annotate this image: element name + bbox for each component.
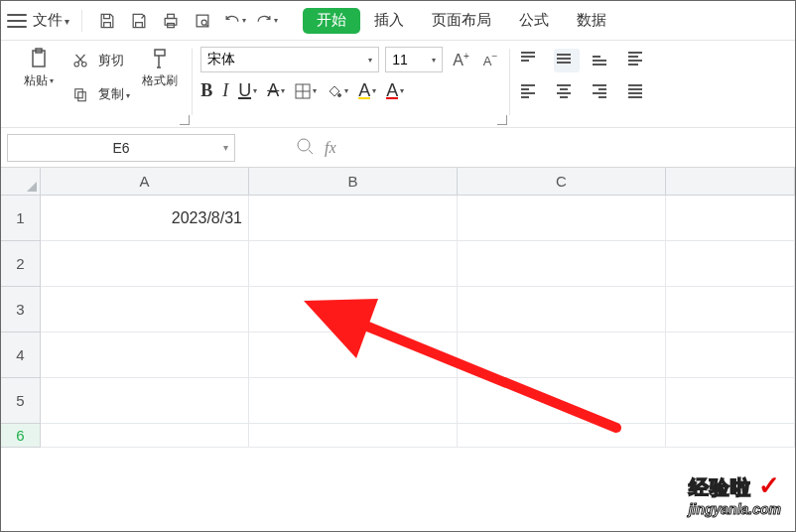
cell-a1[interactable]: 2023/8/31 [41,196,249,241]
cell[interactable] [249,196,458,241]
svg-point-13 [298,139,310,151]
decrease-font-button[interactable]: A− [479,51,502,68]
align-middle-v-icon[interactable] [554,49,580,72]
col-header-a[interactable]: A [41,168,249,196]
cell[interactable] [666,378,795,424]
cell[interactable] [666,332,795,378]
align-right-icon[interactable] [590,80,615,104]
align-justify-icon[interactable] [625,80,651,104]
print-preview-icon[interactable] [190,8,215,34]
print-icon[interactable] [158,8,184,34]
cell[interactable] [458,241,666,287]
increase-font-button[interactable]: A+ [449,51,473,69]
save-as-icon[interactable] [126,8,152,34]
file-menu[interactable]: 文件▾ [33,11,69,30]
orientation-icon[interactable] [625,49,651,72]
redo-icon[interactable]: ▾ [253,8,279,34]
svg-point-12 [338,93,341,96]
highlight-button[interactable]: A▾ [358,83,376,99]
watermark: 经验啦 ✓ jingyanla.com [689,470,781,517]
cell[interactable] [41,424,249,448]
cell[interactable] [41,241,249,287]
tab-formula[interactable]: 公式 [505,1,563,40]
cell[interactable] [458,196,666,241]
svg-rect-0 [165,18,177,25]
align-left-icon[interactable] [518,80,544,104]
cell[interactable] [249,378,458,424]
paste-button[interactable]: 粘贴▾ [15,47,63,89]
spreadsheet-grid[interactable]: A B C 1 2023/8/31 2 3 4 5 6 [1,168,795,448]
cell[interactable] [249,332,458,378]
cell[interactable] [41,332,249,378]
row-header[interactable]: 5 [1,378,41,424]
font-name-select[interactable]: 宋体▾ [200,47,379,72]
row-header[interactable]: 1 [1,196,41,241]
row-header[interactable]: 3 [1,287,41,332]
cell[interactable] [458,378,666,424]
tab-data[interactable]: 数据 [563,1,620,40]
font-size-select[interactable]: 11▾ [385,47,443,72]
cell[interactable] [458,424,666,448]
undo-icon[interactable]: ▾ [221,8,247,34]
col-header-b[interactable]: B [249,168,458,196]
cell[interactable] [41,287,249,332]
group-alignment [510,47,659,125]
copy-button[interactable]: 复制 ▾ [68,80,130,108]
bold-button[interactable]: B [200,80,212,101]
cell[interactable] [41,378,249,424]
cell[interactable] [249,424,458,448]
strikethrough-button[interactable]: A▾ [267,80,285,101]
cell[interactable] [458,287,666,332]
align-center-icon[interactable] [554,80,580,104]
underline-button[interactable]: U▾ [238,83,257,99]
tab-home[interactable]: 开始 [303,8,360,34]
cell[interactable] [249,241,458,287]
select-all-corner[interactable] [1,168,41,196]
divider [81,10,82,32]
menu-icon[interactable] [7,14,27,28]
cell[interactable] [249,287,458,332]
cut-button[interactable]: 剪切 [68,47,130,74]
svg-rect-1 [168,14,175,18]
cell[interactable] [666,241,795,287]
row-header[interactable]: 2 [1,241,41,287]
italic-button[interactable]: I [222,80,228,101]
name-box[interactable]: E6 ▾ [7,134,235,162]
format-painter-button[interactable]: 格式刷 [136,47,184,89]
fill-color-button[interactable]: ▾ [327,83,348,99]
svg-rect-10 [78,92,86,101]
group-clipboard: 粘贴▾ 剪切 复制 ▾ 格式刷 [7,47,192,125]
tab-insert[interactable]: 插入 [360,1,418,40]
fx-label[interactable]: fx [325,139,336,157]
row-header[interactable]: 4 [1,332,41,378]
cell[interactable] [458,332,666,378]
group-launcher-icon[interactable] [497,115,507,125]
col-header-c[interactable]: C [458,168,666,196]
row-header[interactable]: 6 [1,424,41,448]
tab-page-layout[interactable]: 页面布局 [418,1,505,40]
font-color-button[interactable]: A▾ [386,83,404,99]
group-font: 宋体▾ 11▾ A+ A− B I U▾ A▾ ▾ ▾ A▾ A▾ [193,47,509,125]
align-top-icon[interactable] [518,49,544,72]
save-icon[interactable] [94,8,120,34]
svg-rect-9 [75,89,83,98]
align-bottom-icon[interactable] [590,49,615,72]
cell[interactable] [666,424,795,448]
border-button[interactable]: ▾ [295,83,317,99]
group-launcher-icon[interactable] [180,115,190,125]
col-header-d[interactable] [666,168,795,196]
cell[interactable] [666,287,795,332]
cancel-formula-icon[interactable] [295,136,315,160]
cell[interactable] [666,196,795,241]
